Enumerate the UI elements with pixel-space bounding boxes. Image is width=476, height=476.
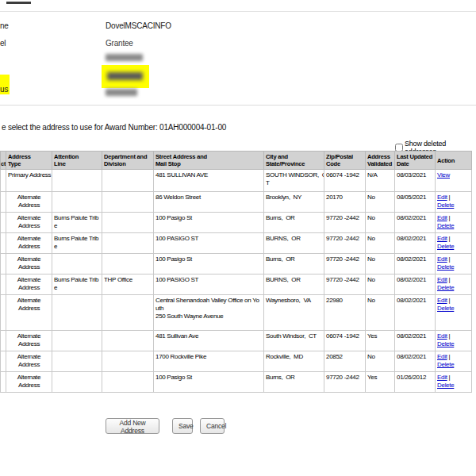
cell-select[interactable] (1, 213, 6, 233)
cell-action: Edit |Delete (436, 254, 472, 274)
add-new-address-button[interactable]: Add New Address (106, 418, 159, 434)
edit-link[interactable]: Edit (437, 194, 447, 201)
cell-street: 100 Pasigo St (154, 254, 264, 274)
field-value-username: DovelMSCACINFO (106, 21, 171, 30)
edit-link[interactable]: Edit (437, 297, 447, 304)
delete-link[interactable]: Delete (437, 382, 454, 389)
table-row: Alternate AddressBurns Paiute Trib e100 … (1, 233, 472, 254)
save-button[interactable]: Save (172, 418, 193, 434)
delete-link[interactable]: Delete (437, 284, 454, 291)
redacted-value (107, 72, 143, 80)
redacted-value (106, 54, 143, 61)
cell-select[interactable] (1, 331, 6, 351)
cell-attention: Burns Paiute Trib e (52, 274, 102, 295)
cell-action: Edit |Delete (436, 295, 472, 331)
cell-updated: 08/02/2021 (395, 351, 436, 372)
delete-link[interactable]: Delete (437, 243, 454, 250)
cell-action: Edit |Delete (436, 331, 472, 351)
cell-updated: 08/02/2021 (395, 274, 436, 295)
cell-select[interactable] (1, 254, 6, 274)
cell-attention (52, 331, 102, 351)
redacted-value (106, 89, 137, 96)
cell-street: 1700 Rockville Pike (154, 351, 264, 372)
column-header-zip-postal-code: Zip/Postal Code (324, 152, 366, 170)
cell-updated: 01/26/2012 (395, 372, 436, 393)
cell-validated: Yes (366, 331, 395, 351)
cell-action: Edit |Delete (436, 233, 472, 254)
delete-link[interactable]: Delete (437, 361, 454, 368)
delete-link[interactable]: Delete (437, 202, 454, 209)
cell-zip: 22980 (324, 295, 366, 331)
cell-attention: Burns Paiute Trib e (52, 213, 102, 233)
cell-type: Alternate Address (6, 351, 52, 372)
cell-select[interactable] (1, 192, 6, 213)
edit-link[interactable]: Edit (437, 214, 447, 221)
cell-select[interactable] (1, 372, 6, 393)
cell-street: 100 Pasigo St (154, 372, 264, 393)
cell-department (102, 372, 154, 393)
cell-select[interactable] (1, 233, 6, 254)
cell-city: Brooklyn, NY (264, 192, 324, 213)
cell-city: BURNS, OR (264, 274, 324, 295)
column-header-last-updated-date: Last Updated Date (395, 152, 436, 170)
cell-street: 481 SULLIVAN AVE (154, 170, 264, 192)
column-header-city-and-state-province: City and State/Province (264, 152, 324, 170)
edit-link[interactable]: Edit (437, 255, 447, 263)
delete-link[interactable]: Delete (437, 340, 454, 347)
cell-updated: 08/05/2021 (395, 192, 436, 213)
table-row: Alternate Address100 Pasigo StBurns, OR9… (1, 372, 472, 393)
cell-type: Alternate Address (6, 233, 52, 254)
edit-link[interactable]: Edit (437, 332, 447, 340)
cell-action: Edit |Delete (436, 351, 472, 372)
field-label-name: ne (0, 21, 9, 30)
cell-department (102, 213, 154, 233)
table-row: Alternate AddressCentral Shenandoah Vall… (1, 295, 472, 331)
cell-attention: Burns Paiute Trib e (52, 233, 102, 254)
cell-department: THP Office (102, 274, 154, 295)
cell-city: Waynesboro, VA (264, 295, 324, 331)
delete-link[interactable]: Delete (437, 222, 454, 229)
table-row: Primary Address481 SULLIVAN AVESOUTH WIN… (1, 170, 472, 192)
divider-top (0, 11, 476, 12)
cell-city: Burns, OR (264, 213, 324, 233)
column-header-action: Action (436, 152, 472, 170)
cell-zip: 20170 (324, 192, 366, 213)
edit-link[interactable]: Edit (437, 353, 447, 360)
cell-attention (52, 295, 102, 331)
action-separator: | (447, 214, 451, 221)
cell-zip: 97720 -2442 (324, 254, 366, 274)
action-separator: | (447, 353, 451, 360)
column-header-select: ct (1, 152, 6, 170)
cell-validated: No (366, 274, 395, 295)
cell-department (102, 192, 154, 213)
delete-link[interactable]: Delete (437, 263, 454, 271)
action-separator: | (447, 297, 451, 304)
cell-department (102, 170, 154, 192)
edit-link[interactable]: Edit (437, 276, 447, 283)
table-row: Alternate AddressBurns Paiute Trib eTHP … (1, 274, 472, 295)
cell-zip: 97720 -2442 (324, 372, 366, 393)
cell-city: Burns, OR (264, 372, 324, 393)
delete-link[interactable]: Delete (437, 305, 454, 312)
cell-updated: 08/02/2021 (395, 254, 436, 274)
cell-updated: 08/02/2021 (395, 233, 436, 254)
cell-select[interactable] (1, 351, 6, 372)
cancel-button[interactable]: Cancel (200, 418, 225, 434)
highlighted-redacted-value (102, 65, 149, 88)
cell-select[interactable] (1, 274, 6, 295)
edit-link[interactable]: Edit (437, 235, 447, 242)
cell-department (102, 254, 154, 274)
table-row: Alternate Address481 Sullivan AveSouth W… (1, 331, 472, 351)
cell-validated: No (366, 254, 395, 274)
cell-validated: Yes (366, 372, 395, 393)
cell-department (102, 295, 154, 331)
cell-attention (52, 170, 102, 192)
cell-select[interactable] (1, 170, 6, 192)
cell-street: 86 Weldon Street (154, 192, 264, 213)
cell-select[interactable] (1, 295, 6, 331)
cell-street: 100 PASIGO ST (154, 233, 264, 254)
cell-city: SOUTH WINDSOR, C T (264, 170, 324, 192)
cell-attention (52, 254, 102, 274)
edit-link[interactable]: Edit (437, 374, 447, 381)
view-link[interactable]: View (437, 171, 450, 178)
